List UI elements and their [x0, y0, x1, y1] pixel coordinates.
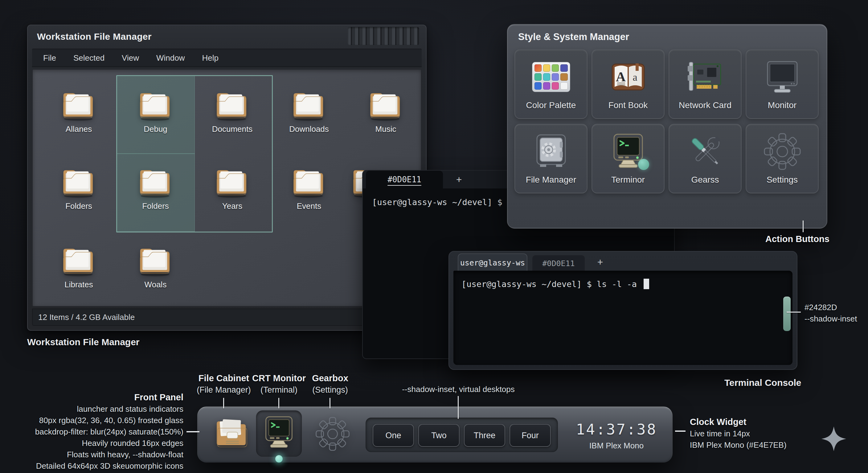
tile-network-card[interactable]: Network Card: [669, 49, 742, 119]
folder-icon: [214, 165, 251, 198]
new-tab-button[interactable]: +: [591, 254, 610, 271]
tile-file-manager[interactable]: File Manager: [515, 124, 588, 193]
scrollbar-annotation: #24282D --shadow-inset: [805, 302, 857, 325]
folder-label: Librates: [64, 280, 93, 290]
monitor-icon: [763, 57, 802, 97]
style-system-manager-window: Style & System Manager Color Palette A a…: [507, 24, 827, 229]
gear-icon: [314, 416, 351, 452]
tile-monitor[interactable]: Monitor: [746, 49, 819, 119]
notification-dot: [638, 159, 649, 170]
network-card-icon: [685, 57, 725, 97]
folder-item[interactable]: Years: [194, 155, 271, 232]
desktop-two-button[interactable]: Two: [418, 424, 460, 447]
terminal-tab-active[interactable]: user@glassy-ws: [458, 254, 527, 271]
folder-label: Downloads: [289, 125, 329, 134]
dock: One Two Three Four 14:37:38 IBM Plex Mon…: [197, 406, 673, 463]
folder-item[interactable]: Debug: [117, 78, 194, 155]
folder-icon: [137, 244, 175, 277]
virtual-desktop-pager: One Two Three Four: [366, 417, 558, 452]
window-title: Style & System Manager: [518, 31, 629, 42]
window-title: Workstation File Manager: [37, 31, 152, 42]
folder-icon: [137, 165, 175, 198]
clock-time: 14:37:38: [570, 420, 663, 438]
folder-icon: [290, 165, 328, 198]
menu-window[interactable]: Window: [156, 53, 185, 63]
folder-label: Folders: [65, 201, 92, 211]
leader-line-gearbox: [330, 398, 331, 408]
folder-icon: [60, 244, 98, 277]
folder-label: Events: [297, 201, 321, 211]
clock-widget: 14:37:38 IBM Plex Mono: [570, 420, 663, 450]
tile-label: Color Palette: [526, 100, 576, 110]
dock-file-manager-button[interactable]: [214, 415, 250, 451]
tile-settings[interactable]: Settings: [746, 124, 819, 193]
gear-icon: [763, 132, 802, 171]
scrollbar-thumb[interactable]: [783, 297, 790, 331]
leader-line-file-cabinet: [223, 398, 224, 408]
folder-label: Music: [375, 125, 396, 134]
menu-bar: File Selected View Window Help: [32, 49, 422, 67]
tile-color-palette[interactable]: Color Palette: [515, 49, 588, 119]
tile-label: Terminor: [611, 175, 645, 185]
terminal-screen[interactable]: [user@glassy-ws ~/devel] $ ls -l -a: [454, 271, 793, 365]
leader-line-scrollbar: [786, 312, 801, 312]
desktop: { "file_manager": { "title": "Workstatio…: [0, 0, 868, 473]
leader-line-ok: [803, 221, 804, 232]
folder-item[interactable]: Librates: [40, 234, 117, 307]
leader-line-crt-monitor: [278, 398, 279, 408]
sparkle-icon: [820, 426, 847, 452]
folder-icon: [137, 88, 175, 121]
svg-text:A: A: [616, 69, 626, 85]
clock-font-label: IBM Plex Mono: [570, 441, 663, 450]
folder-icon: [60, 88, 98, 121]
clock-widget-annotation: Clock Widget Live time in 14px IBM Plex …: [690, 416, 786, 451]
dock-terminal-button[interactable]: [261, 414, 297, 451]
terminal-tab-active[interactable]: #0D0E11: [366, 171, 443, 189]
folder-item[interactable]: Folders: [117, 155, 194, 232]
crt-terminal-icon: [261, 414, 297, 451]
folder-icon: [367, 88, 405, 121]
folder-label: Allanes: [66, 125, 92, 134]
terminal-prompt: [user@glassy-ws ~/devel] $ ls -l -a: [461, 279, 642, 289]
menu-view[interactable]: View: [122, 53, 139, 63]
folder-label: Folders: [142, 201, 169, 211]
folder-item[interactable]: Woals: [117, 234, 194, 307]
new-tab-button[interactable]: +: [450, 171, 468, 189]
menu-file[interactable]: File: [43, 53, 56, 63]
running-indicator-dot: [275, 455, 283, 463]
menu-selected[interactable]: Selected: [73, 53, 104, 63]
tile-gearss[interactable]: Gearss: [669, 124, 742, 193]
dock-label-gearbox: Gearbox (Settings): [293, 373, 367, 395]
folder-item[interactable]: Music: [347, 78, 422, 155]
folder-item[interactable]: Downloads: [271, 78, 347, 155]
folder-label: Years: [222, 201, 243, 211]
folder-item[interactable]: Documents: [194, 78, 271, 155]
tile-font-book[interactable]: A a Font Book: [591, 49, 664, 119]
menu-help[interactable]: Help: [202, 53, 218, 63]
desktop-three-button[interactable]: Three: [464, 424, 505, 447]
terminal-tab-inactive[interactable]: #0D0E11: [532, 255, 585, 271]
terminal-prompt: [user@glassy-ws ~/devel] $: [372, 197, 507, 207]
pager-annotation: --shadow-inset, virtual desktops: [397, 384, 520, 395]
folder-icon: [214, 88, 251, 121]
desktop-four-button[interactable]: Four: [509, 424, 551, 447]
tile-label: File Manager: [526, 175, 576, 185]
leader-line-front-panel: [186, 431, 199, 432]
folder-label: Documents: [212, 125, 253, 134]
terminal-output[interactable]: [user@glassy-ws ~/devel] $: [372, 196, 517, 208]
folder-item[interactable]: Allanes: [40, 78, 117, 155]
front-panel-annotation: Front Panel launcher and status indicato…: [23, 392, 183, 472]
tile-label: Gearss: [691, 175, 719, 185]
terminal-console-caption: Terminal Console: [724, 377, 801, 388]
desktop-one-button[interactable]: One: [373, 424, 414, 447]
folder-icon: [290, 88, 328, 121]
dock-settings-button[interactable]: [314, 416, 351, 452]
action-buttons-annotation: Action Buttons: [765, 233, 830, 245]
folder-item[interactable]: Folders: [40, 155, 117, 232]
leader-line-pager: [458, 396, 459, 419]
tile-label: Settings: [767, 175, 798, 185]
svg-text:a: a: [632, 71, 637, 83]
terminal-cursor: [644, 279, 649, 289]
tile-terminor[interactable]: Terminor: [591, 124, 664, 193]
file-manager-caption: Workstation File Manager: [27, 337, 140, 347]
